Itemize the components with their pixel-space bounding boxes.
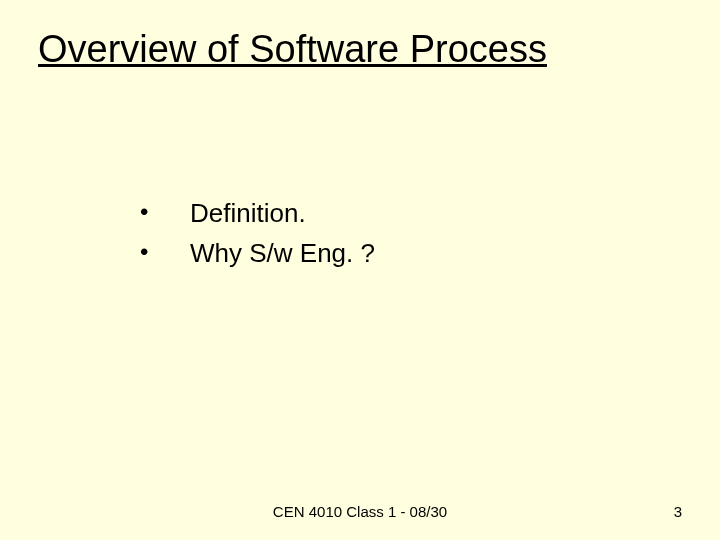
bullet-list: • Definition. • Why S/w Eng. ? <box>140 195 375 276</box>
bullet-icon: • <box>140 195 190 229</box>
slide-title: Overview of Software Process <box>38 28 547 71</box>
bullet-icon: • <box>140 235 190 269</box>
bullet-text: Definition. <box>190 195 306 231</box>
slide: Overview of Software Process • Definitio… <box>0 0 720 540</box>
bullet-text: Why S/w Eng. ? <box>190 235 375 271</box>
list-item: • Definition. <box>140 195 375 231</box>
footer-text: CEN 4010 Class 1 - 08/30 <box>0 503 720 520</box>
page-number: 3 <box>674 503 682 520</box>
list-item: • Why S/w Eng. ? <box>140 235 375 271</box>
